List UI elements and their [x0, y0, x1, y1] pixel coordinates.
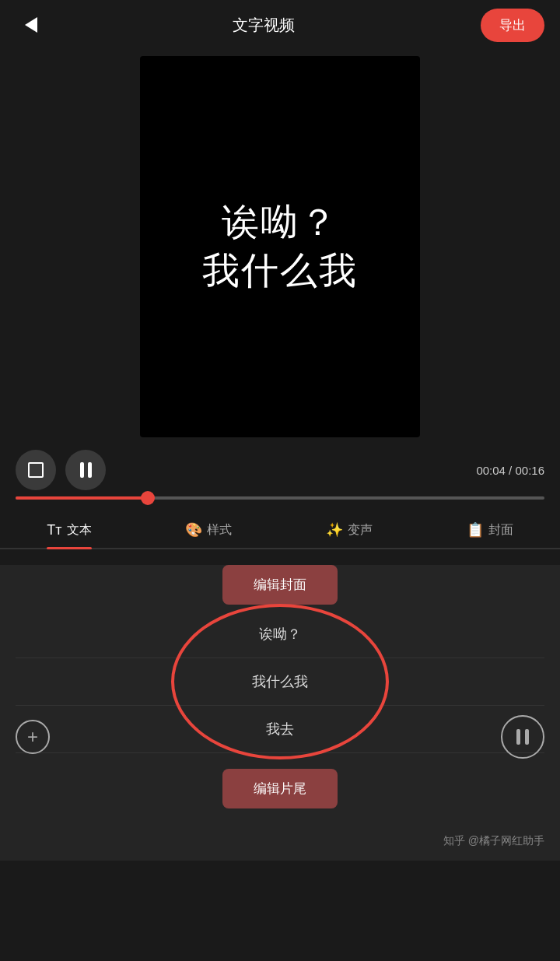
pause-button[interactable] [65, 450, 106, 490]
progress-fill [16, 496, 148, 500]
edit-tail-button[interactable]: 编辑片尾 [222, 769, 338, 808]
time-current: 00:04 [476, 464, 506, 477]
time-display: 00:04 / 00:16 [476, 464, 544, 477]
tabs-row: Tт 文本 🎨 样式 ✨ 变声 📋 封面 [0, 512, 560, 549]
bottom-row: + 编辑片尾 [0, 753, 560, 824]
tab-cover-label: 封面 [488, 522, 513, 538]
tab-text[interactable]: Tт 文本 [47, 522, 91, 548]
header: 文字视频 导出 [0, 0, 560, 50]
edit-cover-button[interactable]: 编辑封面 [222, 565, 338, 605]
tab-style-label: 样式 [207, 522, 232, 538]
list-item[interactable]: 我去 [16, 706, 544, 753]
pause-circle-bar-right [525, 729, 529, 745]
progress-track[interactable] [16, 496, 544, 500]
time-total: 00:16 [515, 464, 544, 477]
video-line1: 诶呦？ [202, 198, 358, 247]
progress-thumb[interactable] [141, 491, 155, 505]
tab-cover[interactable]: 📋 封面 [467, 521, 513, 548]
pause-icon [80, 462, 92, 478]
video-preview: 诶呦？ 我什么我 [140, 56, 420, 437]
stop-icon [28, 462, 44, 478]
pause-circle-icon [516, 729, 529, 745]
content-area: 编辑封面 诶呦？ 我什么我 我去 + 编辑片尾 知乎 @橘子网红助手 [0, 565, 560, 861]
tab-text-icon: Tт [47, 522, 61, 538]
tab-cover-icon: 📋 [467, 521, 484, 538]
video-line2: 我什么我 [202, 247, 358, 295]
tab-voice-icon: ✨ [326, 521, 343, 538]
text-list: 诶呦？ 我什么我 我去 [0, 611, 560, 753]
back-button[interactable] [16, 9, 47, 40]
time-separator: / [506, 464, 516, 477]
control-buttons [16, 450, 106, 490]
back-arrow-icon [25, 17, 37, 33]
controls-row: 00:04 / 00:16 [0, 437, 560, 496]
tab-voice[interactable]: ✨ 变声 [326, 521, 373, 548]
pause-bar-right [88, 462, 92, 478]
list-item[interactable]: 诶呦？ [16, 611, 544, 658]
export-button[interactable]: 导出 [481, 9, 544, 42]
pause-circle-bar-left [516, 729, 520, 745]
play-pause-button[interactable] [501, 715, 544, 759]
video-container: 诶呦？ 我什么我 [0, 56, 560, 437]
progress-container[interactable] [0, 496, 560, 500]
video-text: 诶呦？ 我什么我 [202, 198, 358, 296]
list-item[interactable]: 我什么我 [16, 658, 544, 706]
pause-bar-left [80, 462, 84, 478]
tab-style[interactable]: 🎨 样式 [185, 521, 232, 548]
tab-style-icon: 🎨 [185, 521, 202, 538]
plus-icon: + [27, 728, 38, 746]
page-title: 文字视频 [233, 15, 295, 36]
tab-text-label: 文本 [67, 522, 92, 538]
watermark: 知乎 @橘子网红助手 [443, 834, 544, 848]
tab-voice-label: 变声 [348, 522, 373, 538]
stop-button[interactable] [16, 450, 56, 490]
add-button[interactable]: + [16, 720, 50, 754]
